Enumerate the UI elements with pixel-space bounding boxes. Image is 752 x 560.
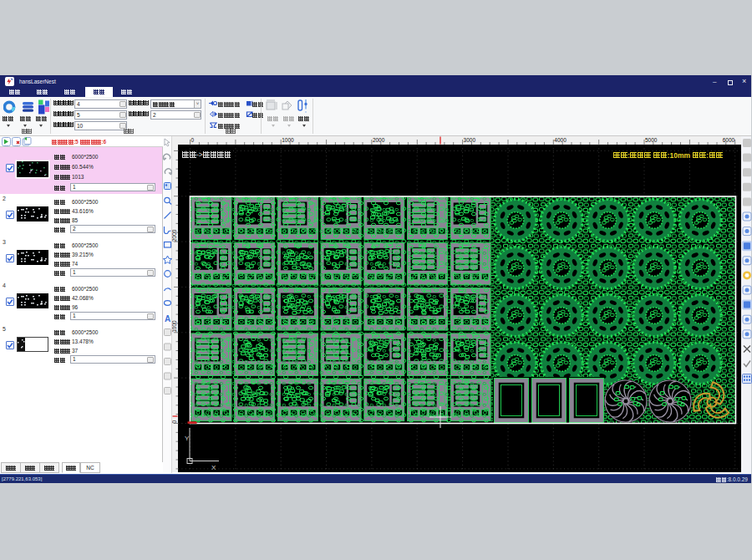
svg-text:6000: 6000 [723,137,735,143]
svg-text:1000: 1000 [172,320,177,333]
svg-text:2000: 2000 [373,137,385,143]
svg-text:0: 0 [172,420,177,424]
svg-text:0: 0 [191,137,195,143]
svg-text:A: A [165,314,170,323]
svg-text:4000: 4000 [554,137,567,143]
svg-text:2000: 2000 [172,229,177,242]
svg-text:5000: 5000 [645,137,658,143]
svg-text:1000: 1000 [282,137,294,143]
svg-text:3000: 3000 [464,137,476,143]
svg-text:Y: Y [185,435,190,442]
svg-text:X: X [211,464,216,471]
